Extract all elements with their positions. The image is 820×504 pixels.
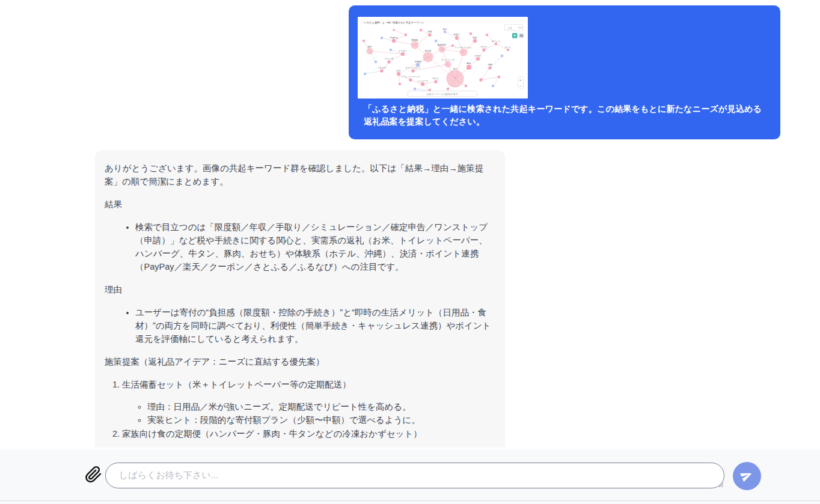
send-button[interactable] [733, 462, 761, 490]
page-bottom-strip [0, 501, 820, 504]
svg-text:楽天: 楽天 [367, 46, 372, 48]
svg-text:限度額: 限度額 [412, 38, 418, 41]
svg-text:確定申告: 確定申告 [437, 43, 447, 46]
proposal-list: 生活備蓄セット（米＋トイレットペーパー等の定期配送） 理由：日用品／米が強いニー… [105, 378, 493, 440]
reason-bullet: ユーザーは寄付の“負担感（限度額・控除の手続き）”と“即時の生活メリット（日用品… [135, 306, 493, 345]
svg-text:シミュレーション: シミュレーション [454, 46, 473, 49]
paper-plane-icon [738, 467, 755, 484]
svg-text:沖縄: 沖縄 [488, 64, 492, 66]
svg-text:PayPay: PayPay [390, 37, 398, 39]
svg-text:ホテル: ホテル [480, 46, 487, 48]
user-message-bubble: 「ふるさと納税」と一緒に検索された共起キーワード 寄付返礼品限度額確定申告シミュ… [349, 5, 780, 139]
svg-text:年収: 年収 [473, 37, 477, 39]
proposal-item-text: 家族向け食の定期便（ハンバーグ・豚肉・牛タンなどの冷凍おかずセット） [122, 429, 422, 439]
message-input[interactable] [105, 463, 724, 488]
image-sort-dropdown: 上位 [504, 25, 523, 31]
proposal-item: 家族向け食の定期便（ハンバーグ・豚肉・牛タンなどの冷凍おかずセット） [122, 427, 493, 440]
reason-heading: 理由 [105, 283, 493, 296]
svg-text:牛タン: 牛タン [433, 77, 439, 80]
proposal-subitem: 実装ヒント：段階的な寄付額プラン（少額〜中額）で選べるように。 [147, 413, 493, 427]
results-bullet: 検索で目立つのは「限度額／年収／手取り／シミュレーション／確定申告／ワンストップ… [135, 220, 493, 273]
assistant-message-bubble: ありがとうございます。画像の共起キーワード群を確認しました。以下は「結果→理由→… [95, 150, 505, 448]
attach-file-button[interactable] [84, 464, 103, 486]
attached-keyword-network-image[interactable]: 「ふるさと納税」と一緒に検索された共起キーワード 寄付返礼品限度額確定申告シミュ… [358, 17, 528, 99]
image-zoom-controls: + − [518, 77, 524, 88]
svg-text:ギフト: ギフト [504, 46, 511, 49]
reason-list: ユーザーは寄付の“負担感（限度額・控除の手続き）”と“即時の生活メリット（日用品… [105, 306, 493, 345]
svg-text:日用品: 日用品 [415, 61, 421, 63]
svg-text:ハンバーグ: ハンバーグ [417, 80, 429, 82]
svg-text:さとふる: さとふる [385, 58, 394, 60]
proposal-subitem-list: 理由：日用品／米が強いニーズ。定期配送でリピート性を高める。 実装ヒント：段階的… [122, 400, 493, 427]
svg-text:+: + [519, 78, 522, 82]
proposal-subitem: 理由：日用品／米が強いニーズ。定期配送でリピート性を高める。 [147, 400, 493, 413]
svg-text:トイレットペーパー: トイレットペーパー [401, 75, 421, 78]
composer-bar [0, 449, 820, 501]
svg-text:申請: 申請 [442, 28, 447, 31]
results-heading: 結果 [105, 198, 493, 211]
svg-text:手取り: 手取り [454, 33, 460, 36]
svg-text:寄付: 寄付 [453, 68, 457, 70]
paperclip-icon [85, 465, 102, 484]
image-detail-button: 共起キーワードの詳細を見る [408, 91, 477, 97]
svg-text:豚肉: 豚肉 [467, 62, 471, 65]
user-message-text: 「ふるさと納税」と一緒に検索された共起キーワードです。この結果をもとに新たなニー… [358, 103, 772, 128]
svg-text:ポイント: ポイント [491, 40, 501, 43]
svg-text:ふるなび: ふるなび [377, 67, 387, 69]
image-zoom-mode-button [512, 33, 518, 38]
proposal-item-text: 生活備蓄セット（米＋トイレットペーパー等の定期配送） [122, 380, 351, 389]
svg-text:上位: 上位 [507, 26, 512, 29]
svg-text:お米: お米 [396, 70, 401, 72]
results-list: 検索で目立つのは「限度額／年収／手取り／シミュレーション／確定申告／ワンストップ… [105, 220, 493, 273]
svg-text:おせち: おせち [474, 55, 481, 57]
svg-text:キャッシュレス: キャッシュレス [405, 67, 421, 69]
svg-text:クーポン: クーポン [399, 50, 408, 52]
svg-text:返礼品: 返礼品 [425, 49, 432, 52]
svg-text:−: − [519, 84, 522, 88]
proposal-item: 生活備蓄セット（米＋トイレットペーパー等の定期配送） 理由：日用品／米が強いニー… [122, 378, 493, 427]
svg-text:ワンストップ: ワンストップ [441, 58, 454, 61]
svg-text:控除: 控除 [427, 30, 432, 33]
assistant-intro: ありがとうございます。画像の共起キーワード群を確認しました。以下は「結果→理由→… [105, 162, 493, 188]
image-camera-button [519, 33, 524, 38]
proposal-heading: 施策提案（返礼品アイデア：ニーズに直結する優先案） [105, 355, 493, 368]
